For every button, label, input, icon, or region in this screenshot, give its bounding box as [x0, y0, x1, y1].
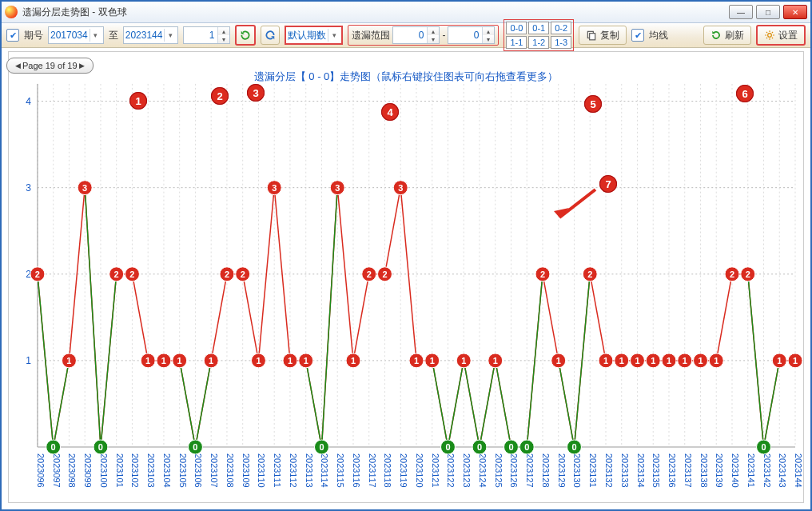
callout-2: 2 — [211, 87, 229, 105]
svg-text:2023117: 2023117 — [368, 453, 377, 488]
svg-text:1: 1 — [777, 356, 782, 365]
spin-up-icon[interactable]: ▴ — [217, 27, 229, 35]
svg-text:2023115: 2023115 — [336, 453, 345, 488]
svg-text:1: 1 — [430, 356, 435, 365]
svg-text:2: 2 — [587, 269, 592, 279]
svg-line-120 — [448, 361, 464, 447]
svg-text:3: 3 — [272, 183, 277, 193]
svg-text:1: 1 — [556, 356, 561, 365]
gear-icon — [764, 30, 775, 41]
svg-text:0: 0 — [445, 442, 450, 452]
svg-text:3: 3 — [335, 183, 340, 193]
range-group: 遗漏范围 0 ▴▾ - 0 ▴▾ — [348, 25, 499, 46]
svg-text:3: 3 — [26, 182, 31, 194]
svg-text:2023114: 2023114 — [320, 453, 329, 488]
chart-area[interactable]: 遗漏分层【 0 - 0】走势图（鼠标右键按住图表可向右拖查看更多） 123420… — [8, 51, 804, 503]
settings-button[interactable]: 设置 — [756, 25, 806, 46]
pager[interactable]: ◀ Page 19 of 19 ▶ — [6, 58, 94, 74]
svg-text:2023124: 2023124 — [478, 453, 488, 488]
spin-down-icon[interactable]: ▾ — [427, 35, 439, 43]
svg-text:0: 0 — [193, 442, 197, 452]
svg-text:2023142: 2023142 — [762, 453, 772, 488]
range-to-spinner[interactable]: 0 ▴▾ — [448, 26, 495, 44]
svg-text:2023120: 2023120 — [415, 453, 424, 488]
svg-line-229 — [559, 190, 595, 218]
app-icon — [5, 6, 18, 18]
svg-line-130 — [764, 361, 780, 447]
svg-text:2023134: 2023134 — [635, 453, 645, 488]
svg-text:2023111: 2023111 — [273, 453, 282, 488]
svg-text:2023106: 2023106 — [193, 453, 203, 488]
svg-line-119 — [432, 361, 448, 447]
svg-text:2023099: 2023099 — [83, 453, 93, 488]
titlebar: 遗漏分层走势图 - 双色球 ― □ ✕ — [2, 2, 810, 23]
svg-text:1: 1 — [209, 356, 213, 365]
svg-text:0: 0 — [98, 442, 103, 452]
svg-text:0: 0 — [319, 442, 324, 452]
copy-icon — [586, 30, 597, 41]
svg-text:0: 0 — [571, 442, 576, 452]
count-spinner[interactable]: 1 ▴▾ — [183, 26, 230, 44]
svg-text:1: 1 — [493, 356, 498, 365]
svg-text:2023137: 2023137 — [683, 453, 693, 488]
svg-text:1: 1 — [714, 356, 718, 365]
svg-line-123 — [496, 361, 511, 447]
svg-text:2: 2 — [114, 269, 119, 279]
window-title: 遗漏分层走势图 - 双色球 — [22, 6, 127, 19]
pager-prev-icon[interactable]: ◀ — [15, 62, 21, 70]
svg-text:1: 1 — [414, 356, 419, 365]
svg-text:1: 1 — [461, 356, 466, 365]
spin-down-icon[interactable]: ▾ — [217, 35, 229, 43]
svg-text:2023098: 2023098 — [67, 453, 77, 488]
refresh-button[interactable]: 刷新 — [703, 26, 751, 45]
svg-text:0: 0 — [508, 442, 513, 452]
svg-text:1: 1 — [145, 356, 150, 365]
spin-up-icon[interactable]: ▴ — [427, 27, 439, 35]
range-from-spinner[interactable]: 0 ▴▾ — [392, 26, 440, 44]
svg-line-118 — [321, 188, 337, 447]
maximize-button[interactable]: □ — [756, 5, 780, 19]
svg-text:2023108: 2023108 — [225, 453, 235, 488]
svg-text:2023109: 2023109 — [241, 453, 251, 488]
range-matrix[interactable]: 0-00-10-2 1-11-21-3 — [504, 19, 574, 51]
svg-text:2: 2 — [730, 269, 734, 279]
minimize-button[interactable]: ― — [729, 5, 753, 19]
reload-blue-button[interactable] — [261, 26, 280, 45]
spin-up-icon[interactable]: ▴ — [482, 27, 494, 35]
svg-text:1: 1 — [683, 356, 687, 365]
copy-button[interactable]: 复制 — [579, 26, 627, 45]
window-buttons: ― □ ✕ — [729, 5, 807, 19]
period-to-combo[interactable]: 2023144 ▾ — [123, 26, 179, 44]
svg-text:2023119: 2023119 — [399, 453, 408, 488]
svg-text:1: 1 — [256, 356, 261, 365]
pager-next-icon[interactable]: ▶ — [79, 62, 85, 70]
svg-text:2023136: 2023136 — [667, 453, 677, 488]
svg-text:2: 2 — [382, 269, 387, 279]
svg-text:2023129: 2023129 — [557, 453, 567, 488]
callout-3: 3 — [247, 84, 265, 102]
period-checkbox[interactable]: ✔ — [6, 29, 19, 42]
svg-text:0: 0 — [51, 442, 56, 452]
period-to-value: 2023144 — [125, 30, 163, 41]
range-dash: - — [442, 30, 445, 41]
svg-text:2023144: 2023144 — [794, 453, 803, 488]
svg-text:1: 1 — [66, 356, 71, 365]
spin-down-icon[interactable]: ▾ — [482, 35, 494, 43]
period-from-combo[interactable]: 2017034 ▾ — [48, 26, 104, 44]
chevron-down-icon: ▾ — [90, 29, 102, 42]
svg-line-121 — [464, 361, 480, 447]
svg-text:2023105: 2023105 — [178, 453, 188, 488]
mode-combo[interactable]: 默认期数 ▾ — [285, 26, 343, 45]
svg-text:2023139: 2023139 — [714, 453, 724, 488]
svg-text:2: 2 — [540, 269, 545, 279]
svg-text:3: 3 — [82, 183, 87, 193]
close-button[interactable]: ✕ — [783, 5, 807, 19]
pager-text: Page 19 of 19 — [22, 61, 78, 70]
avg-checkbox[interactable]: ✔ — [631, 29, 644, 42]
svg-text:2023100: 2023100 — [99, 453, 109, 488]
reload-green-button[interactable] — [235, 25, 256, 46]
toolbar: ✔ 期号 2017034 ▾ 至 2023144 ▾ 1 ▴▾ 默认期数 ▾ 遗… — [2, 23, 810, 48]
svg-text:2: 2 — [367, 269, 372, 279]
svg-text:2023133: 2023133 — [620, 453, 630, 488]
svg-text:2: 2 — [225, 269, 229, 279]
